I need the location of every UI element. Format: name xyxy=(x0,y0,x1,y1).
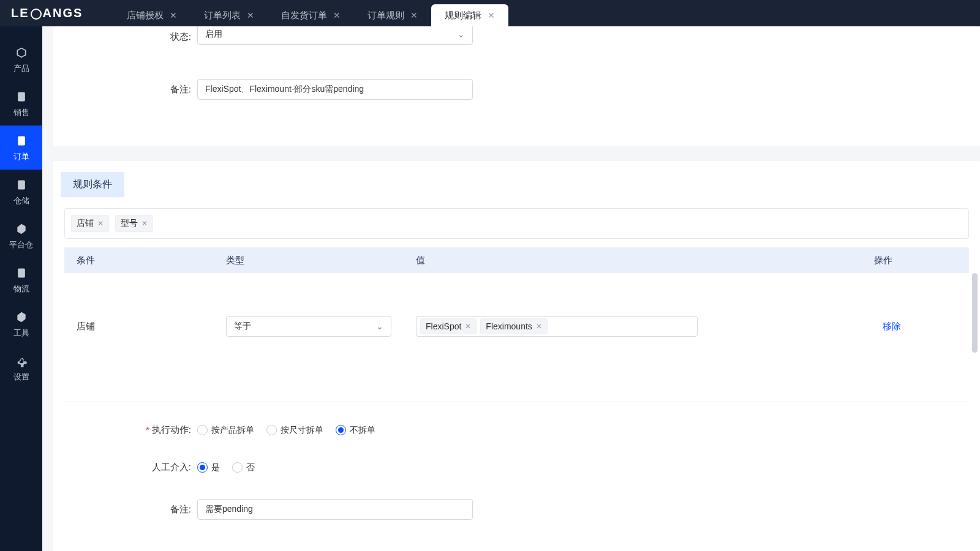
hexagon-icon xyxy=(15,222,28,236)
close-icon[interactable]: ✕ xyxy=(410,10,418,20)
condition-filter-bar[interactable]: 店铺✕型号✕ xyxy=(64,208,969,239)
close-icon[interactable]: ✕ xyxy=(488,10,495,20)
col-value: 值 xyxy=(407,255,865,266)
manual-radio-0[interactable]: 是 xyxy=(197,462,220,473)
radio-icon xyxy=(266,425,277,435)
action-radio-group: 按产品拆单按尺寸拆单不拆单 xyxy=(197,425,375,436)
tab-label: 订单规则 xyxy=(368,10,404,21)
radio-label: 按产品拆单 xyxy=(211,425,254,436)
main-content: 状态: 启用 ⌄ 备注: 规则条件 店铺✕型号✕ 条件 类型 值 操作 xyxy=(42,26,980,551)
tab-label: 规则编辑 xyxy=(445,10,481,21)
status-value: 启用 xyxy=(205,29,222,40)
close-icon[interactable]: ✕ xyxy=(465,322,471,331)
table-body: 店铺等于⌄FlexiSpot✕Fleximounts✕移除 xyxy=(64,273,969,383)
sidebar-item-2[interactable]: 订单 xyxy=(0,126,42,170)
tab-4[interactable]: 规则编辑✕ xyxy=(431,4,508,26)
top-bar: LE ANGS 店铺授权✕订单列表✕自发货订单✕订单规则✕规则编辑✕ xyxy=(0,0,980,26)
tag-label: 型号 xyxy=(121,218,138,229)
value-multiselect[interactable]: FlexiSpot✕Fleximounts✕ xyxy=(416,316,698,337)
cell-value: FlexiSpot✕Fleximounts✕ xyxy=(407,316,874,337)
conditions-table: 条件 类型 值 操作 店铺等于⌄FlexiSpot✕Fleximounts✕移除 xyxy=(64,247,969,383)
radio-icon xyxy=(232,462,243,473)
section-title-conditions: 规则条件 xyxy=(61,172,124,197)
sidebar: 产品销售订单仓储平台仓物流工具设置 xyxy=(0,26,42,551)
close-icon[interactable]: ✕ xyxy=(247,10,254,20)
action-label: *执行动作: xyxy=(53,424,197,436)
remark2-label: 备注: xyxy=(53,504,197,515)
tab-label: 自发货订单 xyxy=(281,10,327,21)
cube-icon xyxy=(15,46,28,59)
action-radio-1[interactable]: 按尺寸拆单 xyxy=(266,425,323,436)
panel-basic: 状态: 启用 ⌄ 备注: xyxy=(53,26,980,146)
divider xyxy=(64,402,969,402)
status-label: 状态: xyxy=(53,31,197,43)
sidebar-label: 销售 xyxy=(13,107,29,118)
tab-1[interactable]: 订单列表✕ xyxy=(190,4,268,26)
filter-tag-0[interactable]: 店铺✕ xyxy=(71,215,109,232)
manual-radio-group: 是否 xyxy=(197,462,255,473)
close-icon[interactable]: ✕ xyxy=(536,322,542,331)
radio-label: 是 xyxy=(211,462,220,473)
panel-conditions: 规则条件 店铺✕型号✕ 条件 类型 值 操作 店铺等于⌄FlexiSpot✕Fl… xyxy=(53,161,980,551)
logo: LE ANGS xyxy=(11,6,83,20)
cell-type: 等于⌄ xyxy=(217,316,407,337)
sidebar-item-3[interactable]: 仓储 xyxy=(0,170,42,214)
filter-tag-1[interactable]: 型号✕ xyxy=(115,215,153,232)
sidebar-label: 仓储 xyxy=(13,195,29,206)
clipboard-icon xyxy=(15,266,28,280)
close-icon[interactable]: ✕ xyxy=(333,10,341,20)
table-header: 条件 类型 值 操作 xyxy=(64,247,969,273)
tab-0[interactable]: 店铺授权✕ xyxy=(113,4,190,26)
sidebar-item-6[interactable]: 工具 xyxy=(0,302,42,346)
tab-bar: 店铺授权✕订单列表✕自发货订单✕订单规则✕规则编辑✕ xyxy=(113,0,508,26)
action-radio-2[interactable]: 不拆单 xyxy=(336,425,375,436)
col-operation: 操作 xyxy=(865,255,960,266)
sidebar-item-0[interactable]: 产品 xyxy=(0,37,42,81)
close-icon[interactable]: ✕ xyxy=(170,10,177,20)
tab-label: 订单列表 xyxy=(204,10,241,21)
scrollbar-thumb[interactable] xyxy=(972,273,978,353)
clipboard-icon xyxy=(15,134,28,148)
col-type: 类型 xyxy=(217,255,407,266)
tag-label: FlexiSpot xyxy=(426,321,461,331)
remove-link[interactable]: 移除 xyxy=(883,321,901,331)
manual-radio-1[interactable]: 否 xyxy=(232,462,255,473)
sidebar-item-1[interactable]: 销售 xyxy=(0,81,42,126)
radio-label: 按尺寸拆单 xyxy=(281,425,323,436)
status-select[interactable]: 启用 ⌄ xyxy=(197,26,473,45)
sidebar-label: 物流 xyxy=(13,283,29,294)
radio-label: 不拆单 xyxy=(350,425,375,436)
close-icon[interactable]: ✕ xyxy=(141,219,148,228)
tab-label: 店铺授权 xyxy=(127,10,164,21)
remark2-input[interactable] xyxy=(197,499,473,520)
value-tag-1[interactable]: Fleximounts✕ xyxy=(480,318,547,334)
clipboard-icon xyxy=(15,90,28,103)
tab-3[interactable]: 订单规则✕ xyxy=(354,4,431,26)
sidebar-label: 订单 xyxy=(13,151,29,162)
radio-label: 否 xyxy=(246,462,255,473)
sidebar-item-7[interactable]: 设置 xyxy=(0,346,42,390)
tag-label: 店铺 xyxy=(77,218,94,229)
close-icon[interactable]: ✕ xyxy=(97,219,104,228)
sidebar-label: 产品 xyxy=(13,63,29,74)
cell-operation: 移除 xyxy=(874,321,969,332)
radio-icon xyxy=(336,425,346,435)
sidebar-label: 设置 xyxy=(13,372,29,383)
tab-2[interactable]: 自发货订单✕ xyxy=(268,4,354,26)
radio-icon xyxy=(197,462,208,473)
sidebar-label: 工具 xyxy=(13,328,29,339)
logo-text-left: LE xyxy=(11,6,29,20)
col-condition: 条件 xyxy=(64,255,217,266)
value-tag-0[interactable]: FlexiSpot✕ xyxy=(420,318,477,334)
sidebar-item-4[interactable]: 平台仓 xyxy=(0,214,42,258)
cell-condition: 店铺 xyxy=(64,321,217,332)
type-select[interactable]: 等于⌄ xyxy=(226,316,391,337)
table-row: 店铺等于⌄FlexiSpot✕Fleximounts✕移除 xyxy=(64,316,969,337)
action-radio-0[interactable]: 按产品拆单 xyxy=(197,425,254,436)
chevron-down-icon: ⌄ xyxy=(376,321,383,331)
hexagon-icon xyxy=(15,310,28,324)
sidebar-item-5[interactable]: 物流 xyxy=(0,258,42,302)
radio-icon xyxy=(197,425,208,435)
remark-input[interactable] xyxy=(197,79,473,100)
logo-text-right: ANGS xyxy=(43,6,83,20)
